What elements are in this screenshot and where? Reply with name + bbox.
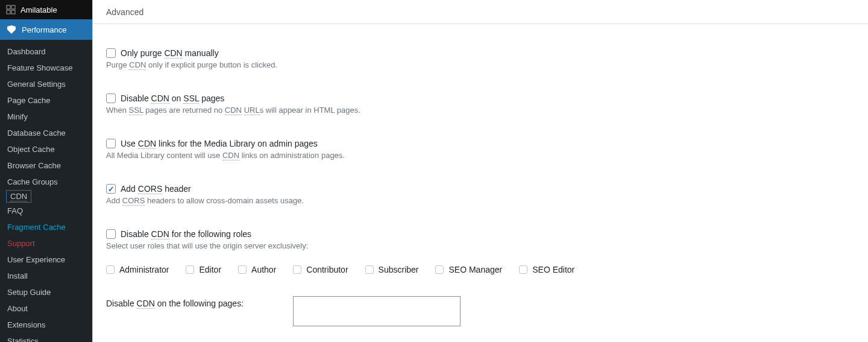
submenu-object-cache[interactable]: Object Cache xyxy=(0,141,92,157)
section-header-advanced: Advanced xyxy=(93,0,868,24)
setting-disable-ssl: Disable CDN on SSL pages When SSL pages … xyxy=(106,93,855,115)
checkbox-role-seo-editor[interactable] xyxy=(519,265,527,274)
label-disable-pages: Disable CDN on the following pages: xyxy=(106,296,281,308)
label-purge-manually: Only purge CDN manually xyxy=(121,48,219,58)
submenu-setup-guide[interactable]: Setup Guide xyxy=(0,284,92,300)
checkbox-role-subscriber[interactable] xyxy=(365,265,374,274)
submenu-faq[interactable]: FAQ xyxy=(0,203,92,219)
role-contributor[interactable]: Contributor xyxy=(293,265,348,274)
submenu-database-cache[interactable]: Database Cache xyxy=(0,125,92,141)
submenu-fragment-cache[interactable]: Fragment Cache xyxy=(0,219,92,235)
label-disable-ssl: Disable CDN on SSL pages xyxy=(121,93,224,103)
setting-media-library: Use CDN links for the Media Library on a… xyxy=(106,139,855,160)
role-seo-editor[interactable]: SEO Editor xyxy=(519,265,574,274)
submenu-extensions[interactable]: Extensions xyxy=(0,317,92,333)
checkbox-role-contributor[interactable] xyxy=(293,265,301,274)
submenu-feature-showcase[interactable]: Feature Showcase xyxy=(0,60,92,76)
svg-rect-0 xyxy=(7,5,10,9)
submenu-support[interactable]: Support xyxy=(0,235,92,252)
role-administrator[interactable]: Administrator xyxy=(106,265,169,274)
checkbox-disable-ssl[interactable] xyxy=(106,93,116,103)
roles-list: Administrator Editor Author Contributor … xyxy=(106,265,855,274)
desc-purge-manually: Purge CDN only if explicit purge button … xyxy=(106,60,855,69)
submenu-cdn[interactable]: CDN xyxy=(6,190,31,203)
label-disable-roles: Disable CDN for the following roles xyxy=(121,229,251,239)
sidebar-top-label: Amilatable xyxy=(20,5,57,14)
submenu-general-settings[interactable]: General Settings xyxy=(0,76,92,92)
performance-icon xyxy=(6,24,17,35)
svg-rect-1 xyxy=(11,5,15,9)
submenu-cache-groups[interactable]: Cache Groups xyxy=(0,174,92,190)
label-media-library: Use CDN links for the Media Library on a… xyxy=(121,139,318,148)
main-content: Advanced Only purge CDN manually Purge C… xyxy=(92,0,868,342)
desc-disable-roles: Select user roles that will use the orig… xyxy=(106,241,855,250)
checkbox-role-administrator[interactable] xyxy=(106,265,115,274)
grid-icon xyxy=(6,5,16,14)
checkbox-purge-manually[interactable] xyxy=(106,48,116,58)
settings-content: Only purge CDN manually Purge CDN only i… xyxy=(93,48,868,342)
role-editor[interactable]: Editor xyxy=(186,265,221,274)
desc-media-library: All Media Library content will use CDN l… xyxy=(106,151,855,160)
svg-rect-3 xyxy=(11,10,15,14)
submenu-about[interactable]: About xyxy=(0,300,92,317)
label-cors-header: Add CORS header xyxy=(121,184,191,194)
checkbox-disable-roles[interactable] xyxy=(106,229,116,239)
role-subscriber[interactable]: Subscriber xyxy=(365,265,419,274)
checkbox-media-library[interactable] xyxy=(106,139,116,148)
textarea-disable-pages[interactable] xyxy=(293,296,461,326)
setting-disable-roles: Disable CDN for the following roles Sele… xyxy=(106,229,855,274)
checkbox-role-author[interactable] xyxy=(238,265,247,274)
submenu-browser-cache[interactable]: Browser Cache xyxy=(0,157,92,174)
sidebar-item-performance[interactable]: Performance xyxy=(0,19,92,40)
submenu-page-cache[interactable]: Page Cache xyxy=(0,92,92,109)
setting-cors-header: Add CORS header Add CORS headers to allo… xyxy=(106,184,855,205)
submenu-dashboard[interactable]: Dashboard xyxy=(0,43,92,60)
checkbox-role-seo-manager[interactable] xyxy=(435,265,444,274)
sidebar-main-label: Performance xyxy=(22,25,66,34)
role-author[interactable]: Author xyxy=(238,265,276,274)
sidebar-item-amilatable[interactable]: Amilatable xyxy=(0,0,92,19)
setting-purge-manually: Only purge CDN manually Purge CDN only i… xyxy=(106,48,855,69)
submenu-statistics[interactable]: Statistics xyxy=(0,333,92,342)
submenu-minify[interactable]: Minify xyxy=(0,109,92,125)
setting-disable-pages: Disable CDN on the following pages: xyxy=(106,296,855,326)
desc-disable-ssl: When SSL pages are returned no CDN URLs … xyxy=(106,106,855,115)
submenu-user-experience[interactable]: User Experience xyxy=(0,252,92,268)
submenu-install[interactable]: Install xyxy=(0,268,92,284)
sidebar-submenu: Dashboard Feature Showcase General Setti… xyxy=(0,40,92,342)
svg-rect-2 xyxy=(7,10,10,14)
checkbox-cors-header[interactable] xyxy=(106,184,116,194)
desc-cors-header: Add CORS headers to allow cross-domain a… xyxy=(106,196,855,205)
role-seo-manager[interactable]: SEO Manager xyxy=(435,265,502,274)
admin-sidebar: Amilatable Performance Dashboard Feature… xyxy=(0,0,92,342)
checkbox-role-editor[interactable] xyxy=(186,265,194,274)
